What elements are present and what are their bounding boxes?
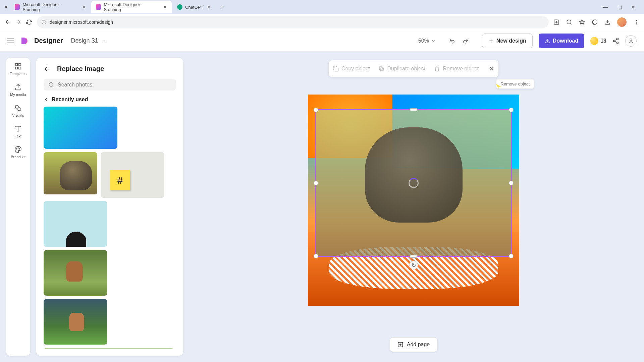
close-window-icon[interactable]: ✕ (631, 4, 635, 10)
resize-handle[interactable] (314, 254, 318, 258)
photo-thumbnail[interactable] (44, 107, 117, 149)
photo-thumbnail[interactable] (44, 201, 107, 247)
svg-point-16 (16, 148, 17, 149)
rail-brand-kit[interactable]: Brand kit (11, 145, 25, 159)
tab-strip: ▾ Microsoft Designer - Stunning ✕ Micros… (0, 0, 644, 14)
undo-icon[interactable] (449, 38, 456, 44)
rail-visuals[interactable]: Visuals (12, 104, 24, 117)
close-icon[interactable]: ✕ (82, 4, 86, 10)
designer-logo-icon[interactable] (20, 37, 28, 45)
downloads-icon[interactable] (604, 19, 610, 25)
photo-thumbnail[interactable] (101, 152, 164, 198)
new-tab-button[interactable]: + (217, 4, 227, 11)
close-icon[interactable]: ✕ (163, 4, 167, 10)
new-design-button[interactable]: New design (482, 34, 533, 48)
add-page-button[interactable]: Add page (390, 337, 438, 352)
svg-rect-10 (15, 64, 17, 66)
tooltip: Remove object (496, 79, 534, 89)
visuals-icon (14, 104, 22, 112)
download-button[interactable]: Download (539, 34, 584, 48)
coin-icon (590, 37, 598, 45)
back-icon[interactable] (5, 19, 11, 25)
hamburger-icon[interactable] (7, 39, 14, 43)
browser-tab[interactable]: Microsoft Designer - Stunning ✕ (91, 1, 172, 13)
design-name-dropdown[interactable]: Design 31 (71, 37, 106, 44)
resize-handle[interactable] (314, 108, 318, 112)
search-icon (48, 82, 54, 88)
profile-avatar[interactable] (617, 17, 627, 27)
templates-icon (14, 62, 22, 70)
recently-used-header[interactable]: Recently used (44, 97, 176, 103)
search-input-field[interactable] (58, 82, 171, 88)
svg-point-4 (636, 21, 637, 22)
rotate-handle[interactable]: ↻ (409, 261, 418, 269)
resize-handle[interactable] (509, 181, 514, 185)
tooltip-text: Remove object (500, 81, 530, 86)
forward-icon[interactable] (15, 19, 21, 25)
rail-templates[interactable]: Templates (10, 62, 26, 76)
app-logo-text[interactable]: Designer (34, 37, 63, 45)
url-field[interactable]: designer.microsoft.com/design (37, 16, 549, 28)
resize-handle[interactable] (410, 255, 418, 258)
tab-title: Microsoft Designer - Stunning (104, 2, 159, 12)
resize-handle[interactable] (509, 108, 514, 112)
close-icon[interactable]: ✕ (207, 4, 211, 10)
share-icon[interactable] (612, 38, 619, 44)
canvas-area[interactable]: Copy object Duplicate object Remove obje… (189, 58, 638, 356)
chevron-down-icon (431, 39, 436, 43)
resize-handle[interactable] (509, 254, 514, 258)
new-design-label: New design (496, 38, 526, 44)
window-controls: ― ▢ ✕ (603, 4, 641, 10)
account-icon[interactable] (625, 35, 637, 47)
back-icon[interactable] (44, 65, 51, 73)
undo-redo-group (449, 38, 469, 44)
maximize-icon[interactable]: ▢ (618, 4, 622, 10)
menu-icon[interactable] (633, 19, 639, 25)
tab-menu-icon[interactable]: ▾ (3, 4, 9, 10)
thumbnails-grid[interactable] (44, 107, 176, 349)
zoom-dropdown[interactable]: 50% (418, 38, 436, 44)
zoom-icon[interactable] (566, 19, 572, 25)
install-icon[interactable] (553, 19, 559, 25)
panel-header: Replace Image (44, 65, 176, 73)
chevron-down-icon (102, 39, 106, 43)
credits-counter[interactable]: 13 (590, 37, 606, 45)
design-canvas[interactable]: ↻ (308, 95, 519, 306)
duplicate-object-button[interactable]: Duplicate object (378, 66, 425, 72)
minimize-icon[interactable]: ― (603, 4, 608, 10)
svg-rect-21 (380, 68, 383, 71)
chevron-left-icon (44, 97, 48, 102)
redo-icon[interactable] (462, 38, 469, 44)
resize-handle[interactable] (314, 181, 318, 185)
selected-image-object[interactable]: ↻ (315, 109, 512, 257)
toolbar-icons (553, 17, 639, 27)
design-name-label: Design 31 (71, 37, 98, 44)
photo-thumbnail[interactable] (44, 152, 97, 194)
panel-title: Replace Image (57, 65, 104, 73)
rail-my-media[interactable]: My media (10, 83, 26, 97)
photo-thumbnail[interactable] (44, 348, 174, 349)
svg-point-7 (613, 40, 615, 42)
photo-thumbnail[interactable] (44, 299, 107, 345)
site-info-icon[interactable] (42, 20, 46, 24)
extensions-icon[interactable] (592, 19, 598, 25)
search-photos-input[interactable] (44, 79, 176, 90)
upload-icon (14, 83, 22, 91)
rail-text[interactable]: Text (14, 125, 22, 138)
browser-tab[interactable]: ChatGPT ✕ (172, 1, 216, 13)
plus-icon (488, 38, 494, 44)
copy-object-button[interactable]: Copy object (333, 66, 370, 72)
replace-image-panel: Replace Image Recently used (36, 58, 183, 356)
svg-rect-20 (335, 68, 338, 71)
remove-object-button[interactable]: Remove object (434, 66, 479, 72)
svg-rect-13 (19, 67, 21, 69)
photo-thumbnail[interactable] (44, 250, 107, 296)
svg-point-15 (18, 108, 21, 111)
browser-tab[interactable]: Microsoft Designer - Stunning ✕ (10, 1, 91, 13)
bookmark-icon[interactable] (579, 19, 585, 25)
close-icon[interactable]: ✕ (489, 65, 494, 72)
left-rail: Templates My media Visuals Text Brand ki… (6, 58, 30, 356)
resize-handle[interactable] (410, 108, 418, 111)
reload-icon[interactable] (26, 19, 32, 25)
browser-chrome: ▾ Microsoft Designer - Stunning ✕ Micros… (0, 0, 644, 30)
